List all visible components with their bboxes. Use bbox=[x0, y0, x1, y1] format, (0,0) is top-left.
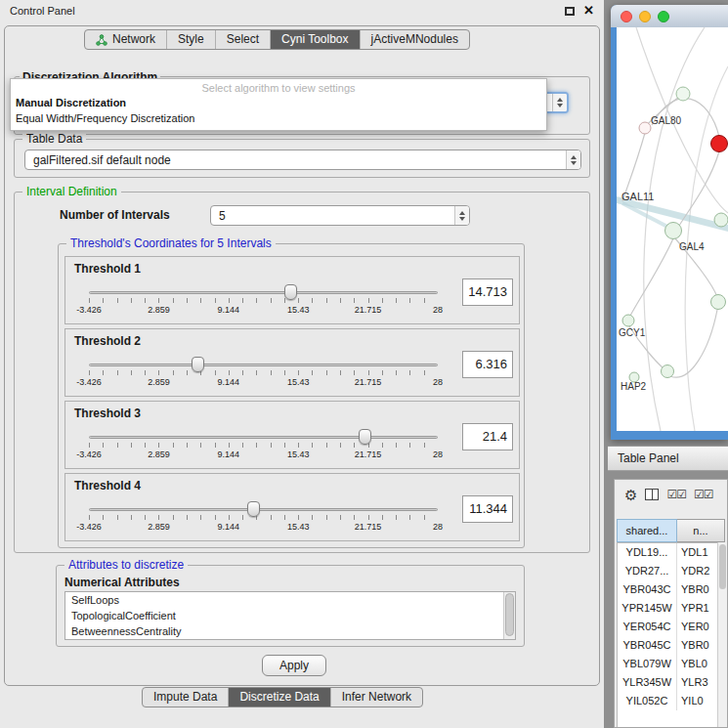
close-traffic-light-icon[interactable] bbox=[621, 11, 632, 22]
table-row[interactable]: YER054CYER0 bbox=[618, 618, 724, 636]
slider-track[interactable] bbox=[89, 436, 438, 439]
network-graph: GAL80 GAL11 GAL4 GCY1 HAP2 bbox=[617, 27, 728, 431]
table-row[interactable]: YDL19...YDL1 bbox=[618, 543, 724, 562]
threshold-1-slider[interactable]: -3.426 2.859 9.144 15.43 21.715 28 bbox=[89, 282, 438, 320]
table-panel-title: Table Panel bbox=[618, 451, 679, 465]
scrollbar[interactable] bbox=[503, 592, 515, 639]
minimize-traffic-light-icon[interactable] bbox=[639, 11, 651, 22]
gear-icon[interactable]: ⚙ bbox=[624, 488, 637, 502]
network-window-titlebar[interactable] bbox=[611, 5, 728, 27]
tab-style[interactable]: Style bbox=[166, 30, 215, 49]
table-row[interactable]: YBR043CYBR0 bbox=[618, 580, 724, 599]
slider-track[interactable] bbox=[89, 291, 438, 294]
table-row[interactable]: YBR045CYBR0 bbox=[618, 636, 724, 655]
table-row[interactable]: YLR345WYLR3 bbox=[618, 673, 724, 692]
threshold-1-value-field[interactable]: 14.713 bbox=[462, 278, 513, 306]
dropdown-option-equal-width[interactable]: Equal Width/Frequency Discretization bbox=[11, 110, 546, 126]
network-node[interactable] bbox=[676, 87, 690, 101]
network-view-window: GAL80 GAL11 GAL4 GCY1 HAP2 bbox=[611, 5, 728, 440]
threshold-2-slider[interactable]: -3.426 2.859 9.144 15.43 21.715 28 bbox=[89, 355, 438, 392]
table-row[interactable]: YDR27...YDR2 bbox=[618, 562, 724, 580]
tab-label: Network bbox=[112, 30, 155, 49]
stepper-icon bbox=[566, 150, 580, 169]
node-label: HAP2 bbox=[621, 381, 647, 392]
network-node-hap2[interactable] bbox=[662, 365, 674, 378]
table-data-combobox[interactable]: galFiltered.sif default node bbox=[24, 150, 581, 170]
float-window-icon[interactable] bbox=[565, 7, 575, 16]
column-header-name[interactable]: n... bbox=[677, 519, 725, 542]
close-icon[interactable]: ✕ bbox=[583, 5, 594, 17]
slider-track[interactable] bbox=[89, 364, 438, 366]
table-row[interactable]: YIL052CYIL0 bbox=[618, 692, 724, 710]
tab-label: Select bbox=[227, 30, 259, 49]
node-label: GAL80 bbox=[651, 115, 682, 126]
network-node[interactable] bbox=[711, 295, 726, 310]
apply-button[interactable]: Apply bbox=[262, 655, 326, 676]
numerical-attributes-list[interactable]: SelfLoops TopologicalCoefficient Between… bbox=[64, 591, 516, 640]
threshold-4-slider[interactable]: -3.426 2.859 9.144 15.43 21.715 28 bbox=[89, 499, 438, 536]
tab-impute-data[interactable]: Impute Data bbox=[143, 688, 228, 707]
slider-ticks bbox=[89, 298, 438, 303]
top-tabstrip: Network Style Select Cyni Toolbox jActiv… bbox=[84, 29, 470, 50]
slider-handle[interactable] bbox=[284, 284, 297, 300]
network-node-gal4[interactable] bbox=[665, 223, 682, 239]
slider-handle[interactable] bbox=[359, 429, 371, 445]
control-panel-window: Control Panel ✕ Network Style Select bbox=[0, 0, 604, 728]
tab-label: jActiveMNodules bbox=[371, 30, 458, 49]
tab-network[interactable]: Network bbox=[85, 30, 166, 49]
slider-handle[interactable] bbox=[247, 501, 260, 517]
node-table-window: ⚙ ☑☑ ☑☑ shared... n... YDL19...YDL1 YDR2… bbox=[614, 479, 728, 728]
interval-definition-group: Interval Definition Number of Intervals … bbox=[14, 192, 590, 553]
list-item[interactable]: SelfLoops bbox=[65, 592, 515, 608]
list-item[interactable]: TopologicalCoefficient bbox=[65, 608, 515, 623]
thresholds-group: Threshold's Coordinates for 5 Intervals … bbox=[58, 243, 525, 548]
column-selector-icon[interactable] bbox=[645, 489, 659, 500]
scrollbar[interactable] bbox=[717, 542, 727, 727]
dropdown-placeholder: Select algorithm to view settings bbox=[11, 79, 546, 95]
threshold-4-value-field[interactable]: 11.344 bbox=[462, 495, 513, 523]
bottom-tabstrip: Impute Data Discretize Data Infer Networ… bbox=[142, 687, 423, 707]
slider-tick-labels: -3.426 2.859 9.144 15.43 21.715 28 bbox=[89, 522, 438, 533]
select-all-checkboxes-icon[interactable]: ☑☑ bbox=[666, 489, 686, 500]
threshold-4-box: Threshold 4 -3.426 2.859 9.144 15.43 21.… bbox=[64, 473, 520, 541]
table-row[interactable]: YBL079WYBL0 bbox=[618, 655, 724, 673]
number-of-intervals-label: Number of Intervals bbox=[60, 208, 170, 222]
tab-discretize-data[interactable]: Discretize Data bbox=[228, 688, 329, 707]
table-toolbar: ⚙ ☑☑ ☑☑ bbox=[615, 480, 727, 509]
scrollbar-thumb[interactable] bbox=[719, 544, 726, 589]
tab-cyni-toolbox[interactable]: Cyni Toolbox bbox=[270, 30, 359, 49]
network-node-gal80[interactable] bbox=[639, 122, 651, 134]
list-item[interactable]: BetweennessCentrality bbox=[65, 623, 515, 639]
dropdown-option-manual-discretization[interactable]: Manual Discretization bbox=[11, 95, 546, 110]
slider-ticks bbox=[89, 370, 438, 375]
select-none-checkboxes-icon[interactable]: ☑☑ bbox=[694, 489, 713, 500]
slider-track[interactable] bbox=[89, 508, 438, 511]
number-of-intervals-combobox[interactable]: 5 bbox=[210, 205, 470, 226]
tab-jactivemnodules[interactable]: jActiveMNodules bbox=[360, 30, 469, 49]
table-data-group: Table Data galFiltered.sif default node bbox=[14, 139, 590, 178]
threshold-2-label: Threshold 2 bbox=[74, 334, 141, 348]
threshold-3-slider[interactable]: -3.426 2.859 9.144 15.43 21.715 28 bbox=[89, 427, 438, 464]
table-row[interactable]: YPR145WYPR1 bbox=[618, 599, 724, 618]
zoom-traffic-light-icon[interactable] bbox=[658, 11, 669, 22]
threshold-2-value-field[interactable]: 6.316 bbox=[462, 351, 513, 378]
threshold-3-value-field[interactable]: 21.4 bbox=[462, 423, 513, 450]
slider-ticks bbox=[89, 443, 438, 448]
tab-label: Discretize Data bbox=[239, 688, 319, 707]
node-label: GCY1 bbox=[619, 327, 646, 338]
network-node[interactable] bbox=[714, 213, 728, 227]
numerical-attributes-label: Numerical Attributes bbox=[64, 576, 180, 589]
number-of-intervals-value: 5 bbox=[219, 209, 226, 223]
column-header-shared-name[interactable]: shared... bbox=[617, 519, 677, 542]
tab-infer-network[interactable]: Infer Network bbox=[330, 688, 422, 707]
window-title: Control Panel bbox=[10, 5, 75, 17]
node-label: GAL4 bbox=[679, 241, 705, 252]
network-canvas[interactable]: GAL80 GAL11 GAL4 GCY1 HAP2 bbox=[617, 27, 728, 431]
scrollbar-thumb[interactable] bbox=[505, 593, 514, 636]
slider-handle[interactable] bbox=[192, 357, 204, 372]
tab-select[interactable]: Select bbox=[215, 30, 270, 49]
attributes-group: Attributes to discretize Numerical Attri… bbox=[56, 565, 525, 647]
network-node-gcy1[interactable] bbox=[622, 315, 634, 326]
slider-tick-labels: -3.426 2.859 9.144 15.43 21.715 28 bbox=[89, 305, 438, 316]
network-node-selected-red[interactable] bbox=[711, 136, 728, 152]
